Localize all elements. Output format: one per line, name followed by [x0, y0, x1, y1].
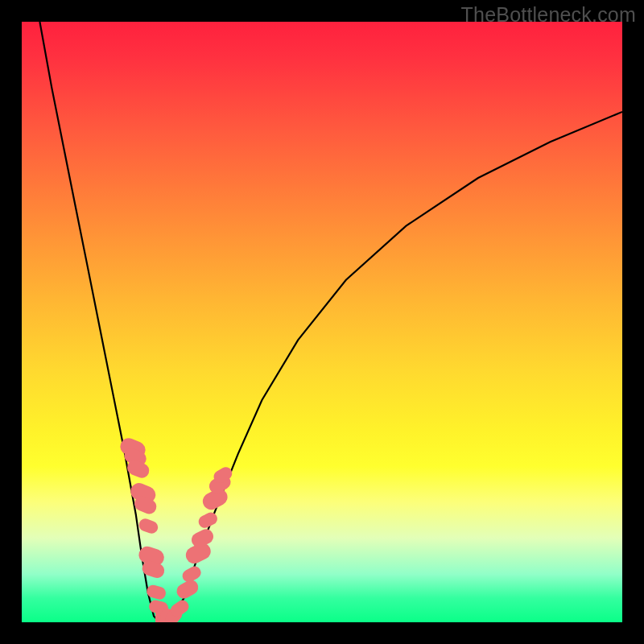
highlight-markers — [118, 436, 234, 622]
highlight-blob — [180, 564, 204, 584]
highlight-blob — [189, 526, 216, 550]
curve-layer — [22, 22, 622, 622]
highlight-blob — [196, 510, 219, 530]
highlight-blob — [137, 517, 159, 535]
plot-area — [22, 22, 622, 622]
curve-path — [39, 22, 622, 622]
bottleneck-curve — [39, 22, 622, 622]
watermark-text: TheBottleneck.com — [461, 3, 636, 27]
chart-frame: TheBottleneck.com — [0, 0, 644, 644]
